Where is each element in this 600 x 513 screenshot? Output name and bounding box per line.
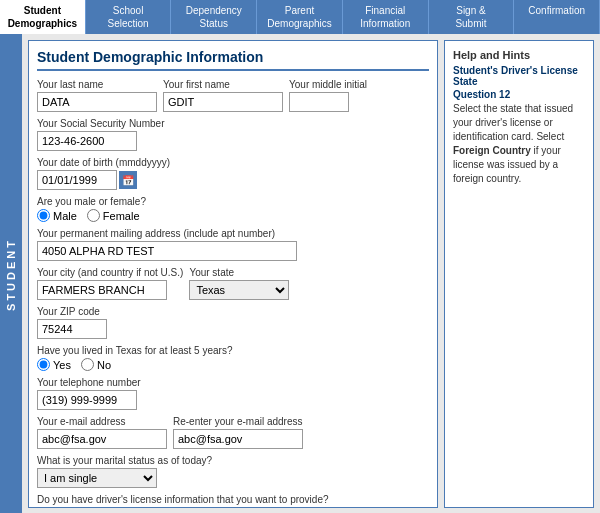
dob-input[interactable]: [37, 170, 117, 190]
email-row: Your e-mail address Re-enter your e-mail…: [37, 416, 429, 449]
dl-question-group: Do you have driver's license information…: [37, 494, 429, 508]
sidebar-label: STUDENT: [5, 238, 17, 311]
top-nav: StudentDemographics SchoolSelection Depe…: [0, 0, 600, 34]
help-bold-text: Foreign Country: [453, 145, 531, 156]
tab-financial-information[interactable]: FinancialInformation: [343, 0, 429, 34]
ssn-label: Your Social Security Number: [37, 118, 429, 129]
help-question: Question 12: [453, 89, 585, 100]
tab-parent-demographics[interactable]: ParentDemographics: [257, 0, 343, 34]
state-select[interactable]: Texas Foreign Country: [189, 280, 289, 300]
texas-no-option[interactable]: No: [81, 358, 111, 371]
state-label: Your state: [189, 267, 289, 278]
texas-yes-option[interactable]: Yes: [37, 358, 71, 371]
dl-no-radio[interactable]: [81, 507, 94, 508]
marital-group: What is your marital status as of today?…: [37, 455, 429, 488]
help-subtitle: Student's Driver's License State: [453, 65, 585, 87]
dob-wrapper: [37, 170, 429, 190]
help-body-text1: Select the state that issued your driver…: [453, 103, 573, 142]
texas-no-label: No: [97, 359, 111, 371]
tab-school-selection[interactable]: SchoolSelection: [86, 0, 172, 34]
ssn-group: Your Social Security Number: [37, 118, 429, 151]
gender-female-label: Female: [103, 210, 140, 222]
address-group: Your permanent mailing address (include …: [37, 228, 429, 261]
last-name-label: Your last name: [37, 79, 157, 90]
state-field: Your state Texas Foreign Country: [189, 267, 289, 300]
texas-no-radio[interactable]: [81, 358, 94, 371]
dl-yes-label: Yes: [53, 508, 71, 509]
gender-male-radio[interactable]: [37, 209, 50, 222]
gender-female-radio[interactable]: [87, 209, 100, 222]
gender-male-label: Male: [53, 210, 77, 222]
ssn-input[interactable]: [37, 131, 137, 151]
help-title: Help and Hints: [453, 49, 585, 61]
email-label: Your e-mail address: [37, 416, 167, 427]
texas-yes-label: Yes: [53, 359, 71, 371]
middle-initial-field: Your middle initial: [289, 79, 367, 112]
tab-student-demographics[interactable]: StudentDemographics: [0, 0, 86, 34]
texas-label: Have you lived in Texas for at least 5 y…: [37, 345, 429, 356]
zip-input[interactable]: [37, 319, 107, 339]
marital-label: What is your marital status as of today?: [37, 455, 429, 466]
email-confirm-field: Re-enter your e-mail address: [173, 416, 303, 449]
first-name-label: Your first name: [163, 79, 283, 90]
address-input[interactable]: [37, 241, 297, 261]
zip-label: Your ZIP code: [37, 306, 429, 317]
dl-no-option[interactable]: No: [81, 507, 111, 508]
form-title: Student Demographic Information: [37, 49, 429, 71]
city-state-row: Your city (and country if not U.S.) Your…: [37, 267, 429, 300]
texas-yes-radio[interactable]: [37, 358, 50, 371]
email-confirm-input[interactable]: [173, 429, 303, 449]
email-input[interactable]: [37, 429, 167, 449]
name-group: Your last name Your first name Your midd…: [37, 79, 429, 112]
marital-select[interactable]: I am single I am married I am separated …: [37, 468, 157, 488]
middle-initial-label: Your middle initial: [289, 79, 367, 90]
city-label: Your city (and country if not U.S.): [37, 267, 183, 278]
email-confirm-label: Re-enter your e-mail address: [173, 416, 303, 427]
dl-yes-radio[interactable]: [37, 507, 50, 508]
dl-no-label: No: [97, 508, 111, 509]
texas-radio-group: Yes No: [37, 358, 429, 371]
dob-group: Your date of birth (mmddyyyy): [37, 157, 429, 190]
phone-input[interactable]: [37, 390, 137, 410]
email-field: Your e-mail address: [37, 416, 167, 449]
dl-question-label: Do you have driver's license information…: [37, 494, 429, 505]
last-name-field: Your last name: [37, 79, 157, 112]
zip-group: Your ZIP code: [37, 306, 429, 339]
texas-group: Have you lived in Texas for at least 5 y…: [37, 345, 429, 371]
city-state-group: Your city (and country if not U.S.) Your…: [37, 267, 429, 300]
last-name-input[interactable]: [37, 92, 157, 112]
dl-yes-option[interactable]: Yes: [37, 507, 71, 508]
phone-group: Your telephone number: [37, 377, 429, 410]
address-label: Your permanent mailing address (include …: [37, 228, 429, 239]
gender-group: Are you male or female? Male Female: [37, 196, 429, 222]
tab-sign-submit[interactable]: Sign &Submit: [429, 0, 515, 34]
help-panel: Help and Hints Student's Driver's Licens…: [444, 40, 594, 508]
dob-label: Your date of birth (mmddyyyy): [37, 157, 429, 168]
city-input[interactable]: [37, 280, 167, 300]
gender-male-option[interactable]: Male: [37, 209, 77, 222]
first-name-input[interactable]: [163, 92, 283, 112]
tab-dependency-status[interactable]: DependencyStatus: [171, 0, 257, 34]
help-body: Select the state that issued your driver…: [453, 102, 585, 186]
main-container: STUDENT Student Demographic Information …: [0, 34, 600, 513]
tab-confirmation[interactable]: Confirmation: [514, 0, 600, 34]
gender-female-option[interactable]: Female: [87, 209, 140, 222]
middle-initial-input[interactable]: [289, 92, 349, 112]
gender-label: Are you male or female?: [37, 196, 429, 207]
first-name-field: Your first name: [163, 79, 283, 112]
city-field: Your city (and country if not U.S.): [37, 267, 183, 300]
dl-radio-group: Yes No: [37, 507, 429, 508]
email-group: Your e-mail address Re-enter your e-mail…: [37, 416, 429, 449]
name-fields-row: Your last name Your first name Your midd…: [37, 79, 429, 112]
form-section: Student Demographic Information Your las…: [28, 40, 438, 508]
phone-label: Your telephone number: [37, 377, 429, 388]
gender-radio-group: Male Female: [37, 209, 429, 222]
sidebar: STUDENT: [0, 34, 22, 513]
content-area: Student Demographic Information Your las…: [22, 34, 600, 513]
calendar-icon[interactable]: [119, 171, 137, 189]
